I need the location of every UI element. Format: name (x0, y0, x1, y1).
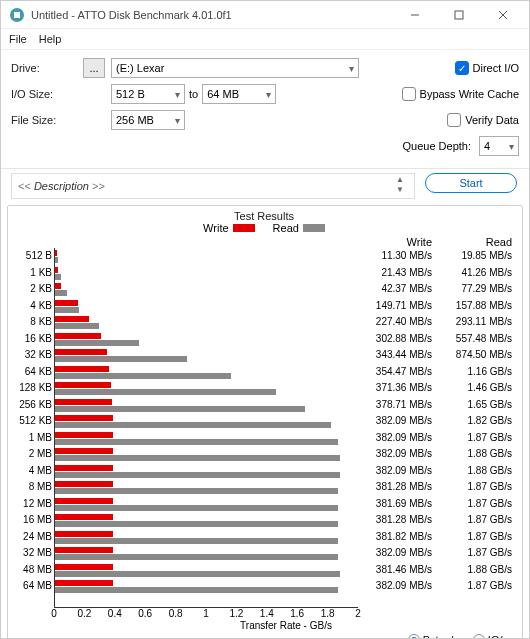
description-panel: << Description >> ▲ ▼ (11, 173, 415, 199)
close-button[interactable] (481, 1, 525, 29)
write-value: 227.40 MB/s (358, 314, 432, 331)
queue-depth-label: Queue Depth: (403, 140, 472, 152)
legend-read-swatch (303, 224, 325, 232)
read-value: 557.48 MB/s (438, 331, 512, 348)
read-value: 293.11 MB/s (438, 314, 512, 331)
write-bar (55, 250, 57, 256)
category-label: 1 KB (10, 265, 52, 282)
bar-row (55, 397, 358, 414)
drive-select[interactable]: (E:) Lexar ▾ (111, 58, 359, 78)
io-from-select[interactable]: 512 B▾ (111, 84, 185, 104)
description-spinner[interactable]: ▲ ▼ (392, 176, 408, 196)
bar-row (55, 545, 358, 562)
read-bar (55, 307, 79, 313)
category-label: 4 KB (10, 298, 52, 315)
x-tick-label: 1.6 (290, 608, 304, 619)
description-label: Description (34, 180, 89, 192)
io-from-value: 512 B (116, 88, 145, 100)
read-bar (55, 439, 338, 445)
direct-io-checkbox[interactable]: ✓ (455, 61, 469, 75)
io-to-value: 64 MB (207, 88, 239, 100)
read-value: 1.65 GB/s (438, 397, 512, 414)
bar-row (55, 446, 358, 463)
read-value: 1.87 GB/s (438, 512, 512, 529)
write-bar (55, 432, 113, 438)
svg-rect-1 (14, 12, 20, 18)
write-value: 21.43 MB/s (358, 265, 432, 282)
queue-depth-select[interactable]: 4▾ (479, 136, 519, 156)
maximize-button[interactable] (437, 1, 481, 29)
write-value: 11.30 MB/s (358, 248, 432, 265)
read-value: 1.88 GB/s (438, 463, 512, 480)
chevron-down-icon: ▾ (175, 115, 180, 126)
category-label: 8 KB (10, 314, 52, 331)
read-bar (55, 290, 67, 296)
write-column: 11.30 MB/s21.43 MB/s42.37 MB/s149.71 MB/… (358, 248, 438, 608)
write-bar (55, 465, 113, 471)
x-tick-label: 1.4 (260, 608, 274, 619)
read-column: 19.85 MB/s41.26 MB/s77.29 MB/s157.88 MB/… (438, 248, 518, 608)
menu-help[interactable]: Help (39, 33, 62, 45)
write-value: 42.37 MB/s (358, 281, 432, 298)
read-bar (55, 422, 331, 428)
chart-area (54, 248, 358, 608)
read-bar (55, 340, 139, 346)
write-bar (55, 349, 107, 355)
x-tick-label: 0.8 (169, 608, 183, 619)
verify-label: Verify Data (465, 114, 519, 126)
bar-row (55, 562, 358, 579)
read-value: 1.87 GB/s (438, 479, 512, 496)
read-bar (55, 587, 338, 593)
write-value: 378.71 MB/s (358, 397, 432, 414)
browse-drive-button[interactable]: ... (83, 58, 105, 78)
chevron-down-icon: ▾ (509, 141, 514, 152)
bytes-per-sec-radio[interactable]: Bytes/s (408, 634, 459, 640)
category-label: 256 KB (10, 397, 52, 414)
category-label: 32 MB (10, 545, 52, 562)
verify-checkbox[interactable] (447, 113, 461, 127)
read-value: 77.29 MB/s (438, 281, 512, 298)
category-label: 16 KB (10, 331, 52, 348)
read-bar (55, 373, 231, 379)
read-value: 19.85 MB/s (438, 248, 512, 265)
category-label: 4 MB (10, 463, 52, 480)
io-to-select[interactable]: 64 MB▾ (202, 84, 276, 104)
window-title: Untitled - ATTO Disk Benchmark 4.01.0f1 (31, 9, 393, 21)
col-write-header: Write (358, 236, 438, 248)
file-size-value: 256 MB (116, 114, 154, 126)
write-bar (55, 382, 111, 388)
menu-file[interactable]: File (9, 33, 27, 45)
bar-row (55, 347, 358, 364)
start-button[interactable]: Start (425, 173, 517, 193)
read-value: 1.87 GB/s (438, 529, 512, 546)
write-value: 302.88 MB/s (358, 331, 432, 348)
file-size-select[interactable]: 256 MB▾ (111, 110, 185, 130)
category-label: 512 KB (10, 413, 52, 430)
write-value: 381.46 MB/s (358, 562, 432, 579)
write-bar (55, 481, 113, 487)
x-tick-label: 0.2 (77, 608, 91, 619)
category-label: 48 MB (10, 562, 52, 579)
config-panel: Drive: ... (E:) Lexar ▾ ✓ Direct I/O I/O… (1, 50, 529, 169)
x-tick-label: 0.4 (108, 608, 122, 619)
write-bar (55, 580, 113, 586)
x-tick-label: 1 (203, 608, 209, 619)
bypass-checkbox[interactable] (402, 87, 416, 101)
category-label: 12 MB (10, 496, 52, 513)
x-tick-label: 1.8 (321, 608, 335, 619)
x-tick-label: 0.6 (138, 608, 152, 619)
read-bar (55, 521, 338, 527)
bar-row (55, 265, 358, 282)
write-bar (55, 498, 113, 504)
read-bar (55, 455, 340, 461)
io-per-sec-radio[interactable]: IO/s (473, 634, 508, 640)
legend-write-swatch (233, 224, 255, 232)
spin-down-icon[interactable]: ▼ (392, 186, 408, 196)
write-bar (55, 564, 113, 570)
col-read-header: Read (438, 236, 518, 248)
minimize-button[interactable] (393, 1, 437, 29)
bar-row (55, 380, 358, 397)
write-value: 149.71 MB/s (358, 298, 432, 315)
write-bar (55, 415, 113, 421)
write-value: 382.09 MB/s (358, 430, 432, 447)
